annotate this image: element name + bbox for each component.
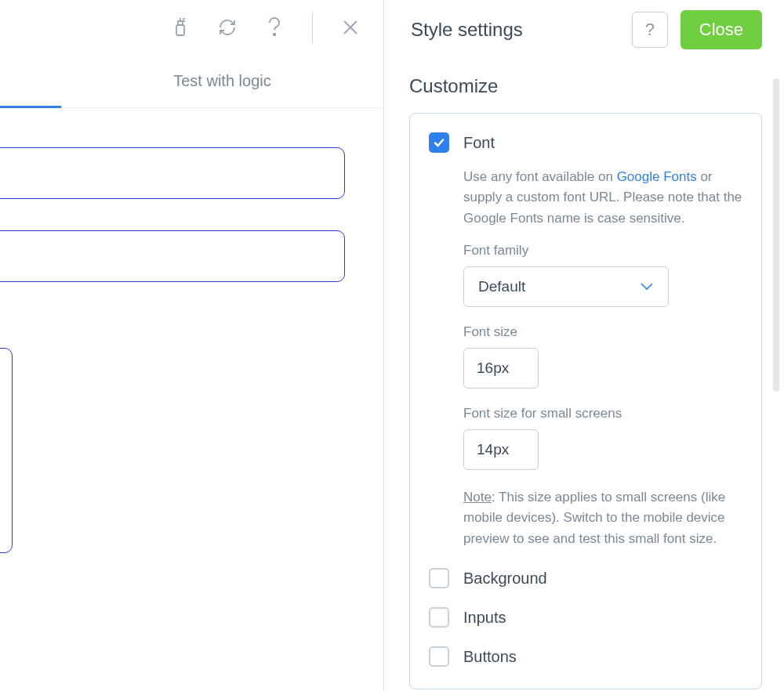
survey-preview: t this survey today? 😬 Awkward ☹️ Disapp…: [0, 108, 383, 600]
spray-icon[interactable]: [171, 18, 190, 37]
style-settings-panel: Color Style settings ? Close Customize F…: [384, 0, 784, 691]
tab-active-indicator[interactable]: [0, 55, 61, 108]
background-label: Background: [463, 570, 547, 588]
customize-title: Customize: [409, 75, 762, 97]
svg-line-3: [183, 18, 185, 20]
buttons-checkbox[interactable]: [429, 646, 449, 667]
google-fonts-link[interactable]: Google Fonts: [617, 169, 697, 184]
help-button[interactable]: ?: [632, 12, 668, 48]
refresh-icon[interactable]: [218, 18, 237, 37]
svg-rect-1: [178, 21, 183, 25]
question-feel: t this survey today?: [0, 313, 383, 334]
buttons-check-row: Buttons: [429, 646, 742, 667]
tab-bar: Test with logic: [0, 55, 383, 108]
svg-point-5: [274, 34, 275, 35]
chevron-down-icon: [640, 280, 654, 294]
inputs-checkbox[interactable]: [429, 607, 449, 628]
font-size-input[interactable]: [463, 348, 539, 389]
close-icon[interactable]: [341, 18, 360, 37]
survey-input-2[interactable]: [0, 230, 345, 282]
preview-pane: Test with logic t this survey today? 😬 A…: [0, 0, 384, 691]
tab-test-with-logic[interactable]: Test with logic: [61, 72, 383, 90]
inputs-label: Inputs: [463, 609, 506, 627]
font-checkbox[interactable]: [429, 132, 449, 153]
svg-rect-0: [176, 25, 184, 35]
question-participate: ed in a survey from us?: [0, 580, 383, 600]
survey-input-1[interactable]: [0, 147, 345, 199]
background-check-row: Background: [429, 568, 742, 588]
font-family-select[interactable]: Default: [463, 266, 669, 307]
font-small-size-label: Font size for small screens: [463, 406, 742, 421]
buttons-label: Buttons: [463, 648, 517, 666]
scrollbar[interactable]: [773, 78, 779, 392]
font-description: Use any font available on Google Fonts o…: [463, 167, 742, 229]
background-checkbox[interactable]: [429, 568, 449, 588]
customize-section: Customize Font Use any font available on…: [384, 60, 784, 689]
help-icon[interactable]: [265, 18, 284, 37]
panel-header: Style settings ? Close: [384, 0, 784, 60]
customize-box: Font Use any font available on Google Fo…: [409, 113, 762, 689]
panel-title: Style settings: [411, 19, 523, 41]
inputs-check-row: Inputs: [429, 607, 742, 628]
font-check-row: Font: [429, 132, 742, 153]
font-size-label: Font size: [463, 324, 742, 340]
font-note: Note: This size applies to small screens…: [463, 487, 742, 549]
emoji-options: 😬 Awkward ☹️ Disappointed: [0, 348, 383, 553]
close-button[interactable]: Close: [681, 10, 762, 49]
toolbar-divider: [312, 12, 313, 43]
emoji-option-disappointed[interactable]: ☹️ Disappointed: [0, 348, 13, 553]
preview-toolbar: [0, 0, 383, 55]
font-family-label: Font family: [463, 243, 742, 259]
font-label: Font: [463, 134, 495, 152]
font-family-value: Default: [478, 278, 525, 295]
font-detail: Use any font available on Google Fonts o…: [463, 167, 742, 549]
font-small-size-input[interactable]: [463, 429, 539, 470]
